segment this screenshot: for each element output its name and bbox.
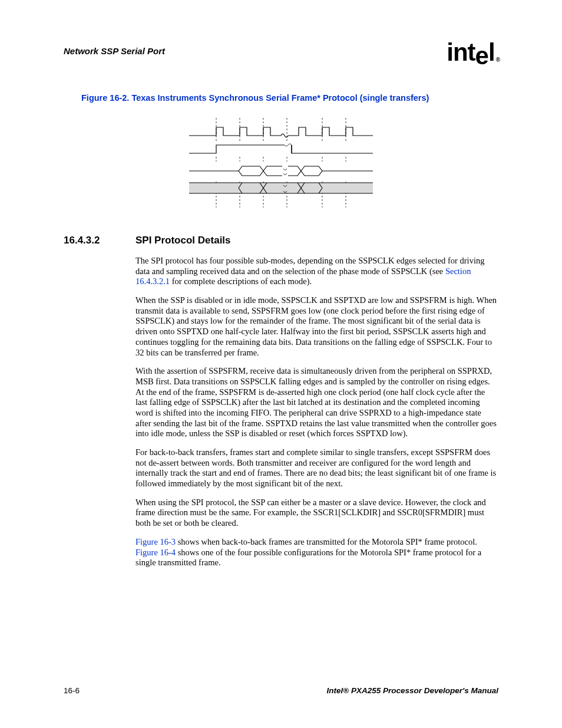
page: Network SSP Serial Port intel® Figure 16… — [0, 0, 562, 728]
registered-mark: ® — [496, 57, 500, 63]
running-head: Network SSP Serial Port intel® — [64, 46, 498, 65]
xref-figure-16-4[interactable]: Figure 16-4 — [135, 548, 176, 557]
figure-caption: Figure 16-2. Texas Instruments Synchrono… — [81, 93, 498, 103]
body-text: The SPI protocol has four possible sub-m… — [135, 256, 498, 568]
xref-figure-16-3[interactable]: Figure 16-3 — [135, 537, 176, 546]
intel-logo: intel® — [447, 40, 498, 65]
section-heading: 16.4.3.2 SPI Protocol Details — [64, 235, 498, 246]
paragraph-6: Figure 16-3 shows when back-to-back fram… — [135, 537, 498, 568]
paragraph-2: When the SSP is disabled or in idle mode… — [135, 295, 498, 358]
paragraph-1: The SPI protocol has four possible sub-m… — [135, 256, 498, 287]
svg-rect-14 — [189, 183, 373, 193]
paragraph-4: For back-to-back transfers, frames start… — [135, 447, 498, 489]
paragraph-3: With the assertion of SSPSFRM, receive d… — [135, 366, 498, 439]
heading-title: SPI Protocol Details — [135, 235, 231, 246]
heading-number: 16.4.3.2 — [64, 235, 135, 246]
page-number: 16-6 — [64, 686, 80, 695]
logo-text: intel — [447, 38, 494, 70]
paragraph-5: When using the SPI protocol, the SSP can… — [135, 498, 498, 529]
page-footer: 16-6 Intel® PXA255 Processor Developer's… — [64, 686, 498, 695]
manual-title: Intel® PXA255 Processor Developer's Manu… — [326, 686, 498, 695]
timing-diagram — [187, 116, 375, 210]
section-name: Network SSP Serial Port — [64, 46, 165, 56]
